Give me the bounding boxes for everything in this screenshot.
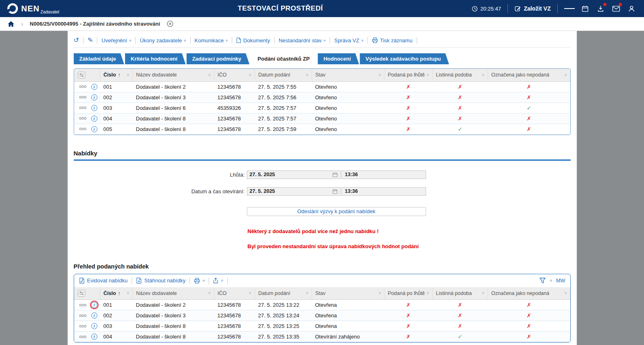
column-header-cislo[interactable]: Číslo↑▿: [100, 287, 133, 300]
calendar-icon[interactable]: [580, 3, 590, 14]
tab-vysledek-zadavaciho-postupu[interactable]: Výsledek zadávacího postupu: [360, 53, 449, 64]
row-info-icon[interactable]: i: [91, 302, 97, 308]
row-menu-icon[interactable]: ooo: [79, 324, 87, 328]
row-info-icon[interactable]: i: [91, 84, 97, 90]
column-filter-icon[interactable]: ▿: [565, 72, 567, 78]
toolbar-link-dokumenty[interactable]: Dokumenty: [236, 37, 270, 44]
column-filter-icon[interactable]: ▿: [127, 72, 129, 78]
row-menu-icon[interactable]: ooo: [79, 127, 87, 131]
table-row[interactable]: oooi004Dodavatel - školení 81234567827. …: [74, 113, 570, 124]
table-row[interactable]: oooi002Dodavatel - školení 31234567827. …: [74, 92, 570, 103]
mw-view-toggle[interactable]: MW: [556, 278, 565, 284]
register-offer-button[interactable]: Evidovat nabídku: [79, 277, 128, 284]
column-header-listinna-podoba[interactable]: Listinná podoba▿: [433, 69, 488, 81]
filter-icon[interactable]: [539, 277, 546, 284]
print-list-button[interactable]: ▿: [194, 278, 204, 284]
column-filter-icon[interactable]: ▿: [306, 72, 308, 78]
deadline-date-field[interactable]: 27. 5. 2025: [247, 170, 341, 179]
column-filter-icon[interactable]: ▿: [208, 290, 211, 296]
menu-icon[interactable]: [564, 3, 575, 14]
toolbar-link-nestandardni-stav[interactable]: Nestandardní stav▿: [279, 37, 326, 44]
calendar-field-icon[interactable]: [332, 189, 338, 194]
table-row[interactable]: oooi005Dodavatel - školení 81234567827. …: [74, 124, 570, 134]
row-info-icon[interactable]: i: [91, 126, 97, 132]
sort-asc-icon[interactable]: ↑: [118, 290, 121, 296]
column-header-podana-po-lhute[interactable]: Podaná po lhůtě▿: [385, 69, 433, 81]
toolbar-link-sprava-vz[interactable]: Správa VZ▿: [334, 37, 363, 44]
table-row[interactable]: oooi001Dodavatel - školení 21234567827. …: [74, 81, 570, 92]
edit-record-icon[interactable]: ✎: [88, 37, 93, 44]
table-row[interactable]: oooi001Dodavatel - školení 21234567827. …: [74, 300, 570, 310]
row-menu-icon[interactable]: ooo: [79, 95, 87, 99]
tab-zadavaci-podminky[interactable]: Zadávací podmínky: [187, 53, 250, 64]
column-filter-icon[interactable]: ▿: [249, 290, 251, 296]
column-filter-icon[interactable]: ▿: [482, 290, 484, 296]
close-record-icon[interactable]: [167, 20, 174, 27]
column-header-listinna-podoba[interactable]: Listinná podoba▿: [433, 287, 488, 300]
export-button[interactable]: ▿: [213, 277, 223, 284]
download-offers-button[interactable]: Stáhnout nabídky: [136, 277, 185, 284]
row-menu-icon[interactable]: ooo: [79, 116, 87, 120]
column-header-ico[interactable]: IČO▿: [214, 69, 255, 81]
column-settings-icon[interactable]: [74, 287, 100, 300]
column-settings-icon[interactable]: [74, 69, 100, 81]
row-info-icon[interactable]: i: [91, 334, 97, 340]
tab-podani-ucastniku-zp[interactable]: Podání účastníků ZP: [250, 53, 317, 64]
column-filter-icon[interactable]: ▿: [482, 72, 484, 78]
column-filter-icon[interactable]: ▿: [378, 72, 381, 78]
row-menu-icon[interactable]: ooo: [79, 85, 87, 89]
tab-zakladni-udaje[interactable]: Základní údaje: [74, 53, 124, 64]
downloads-icon[interactable]: [595, 3, 606, 14]
deadline-time-field[interactable]: 13:36: [341, 170, 426, 179]
row-info-icon[interactable]: i: [91, 105, 97, 111]
table-row[interactable]: oooi004Dodavatel - školení 81234567827. …: [74, 332, 570, 342]
column-filter-icon[interactable]: ▿: [565, 290, 567, 296]
toolbar-link-komunikace[interactable]: Komunikace▿: [195, 37, 228, 44]
tab-kriteria-hodnoceni[interactable]: Kritéria hodnocení: [125, 53, 186, 64]
row-menu-icon[interactable]: ooo: [79, 314, 87, 318]
table-row[interactable]: oooi003Dodavatel - školení 81234567827. …: [74, 321, 570, 332]
opening-time-field[interactable]: 13:36: [341, 187, 426, 196]
breadcrumb-record[interactable]: N006/25/V00004995 - Zajištění závodního …: [30, 21, 160, 27]
column-filter-icon[interactable]: ▿: [306, 290, 308, 296]
sort-asc-icon[interactable]: ↑: [118, 72, 121, 78]
tab-hodnoceni[interactable]: Hodnocení: [318, 53, 359, 64]
row-info-icon[interactable]: i: [91, 94, 97, 100]
opening-date-field[interactable]: 27. 5. 2025: [247, 187, 341, 196]
row-info-icon[interactable]: i: [91, 312, 97, 319]
column-header-cislo[interactable]: Číslo↑▿: [100, 69, 133, 81]
toolbar-link-ukony-zadavatele[interactable]: Úkony zadavatele▿: [140, 37, 186, 44]
column-header-podana-po-lhute[interactable]: Podaná po lhůtě▿: [385, 287, 433, 300]
row-info-icon[interactable]: i: [91, 323, 97, 329]
row-info-icon[interactable]: i: [91, 116, 97, 122]
column-filter-icon[interactable]: ▿: [426, 72, 429, 78]
history-icon[interactable]: ↺: [74, 37, 79, 44]
table-row[interactable]: oooi002Dodavatel - školení 31234567827. …: [74, 310, 570, 321]
column-header-nazev-dodavatele[interactable]: Název dodavatele▿: [133, 69, 214, 81]
table-row[interactable]: oooi003Dodavatel - školení 64535932627. …: [74, 103, 570, 113]
nen-logo[interactable]: NEN Zadavatel: [21, 4, 59, 13]
user-profile-icon[interactable]: [626, 3, 637, 14]
column-filter-icon[interactable]: ▿: [426, 290, 429, 296]
column-header-stav[interactable]: Stav▿: [312, 287, 385, 300]
create-vz-button[interactable]: Založit VZ: [514, 5, 551, 12]
column-filter-icon[interactable]: ▿: [378, 290, 381, 296]
column-header-ico[interactable]: IČO▿: [214, 287, 255, 300]
column-header-stav[interactable]: Stav▿: [312, 69, 385, 81]
column-header-oznacena-jako-nepodana[interactable]: Označena jako nepodaná▿: [488, 69, 570, 81]
column-filter-icon[interactable]: ▿: [249, 72, 251, 78]
nen-logo-icon[interactable]: [7, 3, 18, 14]
toolbar-link-uverejneni[interactable]: Uveřejnění▿: [101, 37, 131, 44]
home-icon[interactable]: [7, 21, 15, 27]
messages-icon[interactable]: [611, 3, 621, 14]
column-header-nazev-dodavatele[interactable]: Název dodavatele▿: [133, 287, 214, 300]
row-menu-icon[interactable]: ooo: [79, 106, 87, 110]
column-header-datum-podani[interactable]: Datum podání▿: [255, 287, 312, 300]
column-header-datum-podani[interactable]: Datum podání▿: [255, 69, 312, 81]
toolbar-link-tisk-zaznamu[interactable]: Tisk záznamu: [372, 37, 413, 44]
send-call-for-offers-button[interactable]: Odeslání výzvy k podání nabídek: [247, 207, 426, 216]
row-menu-icon[interactable]: ooo: [79, 303, 87, 307]
column-filter-icon[interactable]: ▿: [208, 72, 211, 78]
row-menu-icon[interactable]: ooo: [79, 335, 87, 339]
column-header-oznacena-jako-nepodana[interactable]: Označena jako nepodaná▿: [488, 287, 570, 300]
